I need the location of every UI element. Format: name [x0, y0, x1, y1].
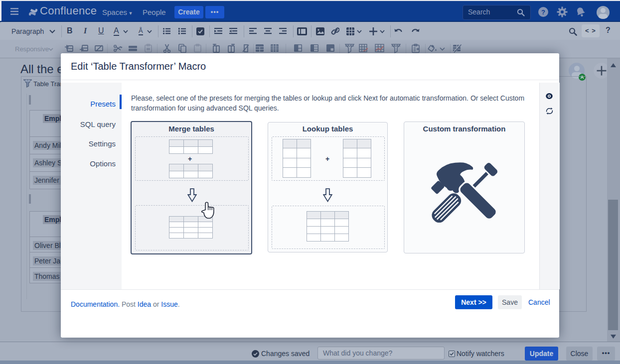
svg-text:?: ? [541, 8, 545, 16]
